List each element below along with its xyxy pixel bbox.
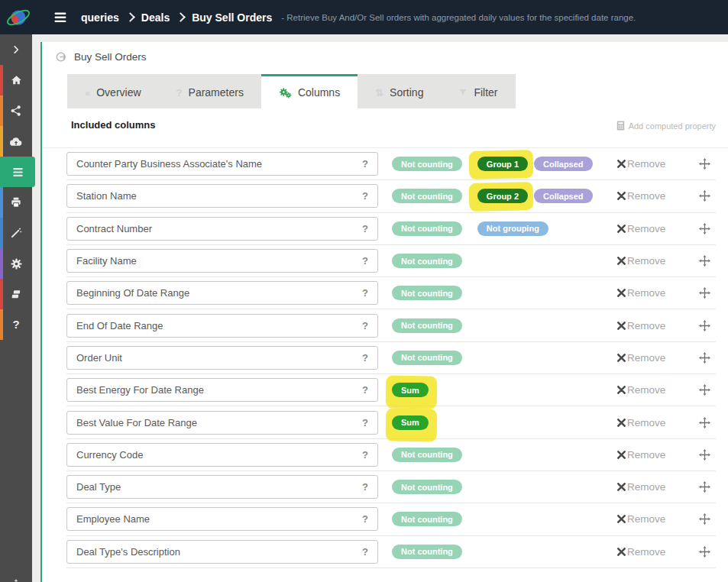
column-name-box[interactable]: Order Unit?	[66, 346, 378, 370]
help-icon[interactable]: ?	[362, 481, 368, 493]
move-handle[interactable]	[699, 287, 710, 299]
move-handle[interactable]	[699, 449, 710, 461]
column-name-box[interactable]: Deal Type's Description?	[66, 540, 378, 564]
column-name-box[interactable]: Best Value For Date Range?	[66, 411, 378, 435]
badge-not-counting[interactable]: Not counting	[392, 254, 462, 268]
help-icon[interactable]: ?	[362, 158, 368, 170]
remove-button[interactable]: Remove	[617, 190, 665, 202]
badge-not-counting[interactable]: Not counting	[392, 448, 462, 462]
column-name-box[interactable]: Best Energy For Date Range?	[66, 378, 378, 402]
filter-icon	[458, 88, 468, 97]
move-handle[interactable]	[699, 546, 710, 558]
badge-sum[interactable]: Sum	[392, 415, 429, 430]
badge-not-counting[interactable]: Not counting	[392, 351, 462, 365]
help-icon[interactable]: ?	[362, 223, 368, 234]
remove-label: Remove	[627, 287, 665, 299]
badge-not-counting[interactable]: Not counting	[392, 286, 462, 300]
badge-not-counting[interactable]: Not counting	[392, 545, 462, 559]
sidebar-bottom-icon[interactable]	[0, 578, 32, 582]
move-handle[interactable]	[699, 352, 710, 364]
badge-group-1[interactable]: Group 1	[477, 157, 528, 171]
badge-not-counting[interactable]: Not counting	[392, 318, 462, 333]
sidebar-item-gear[interactable]	[0, 248, 32, 279]
help-icon[interactable]: ?	[362, 320, 368, 331]
app-logo[interactable]	[0, 0, 37, 34]
move-handle[interactable]	[699, 190, 710, 202]
sidebar-item-cloud-upload[interactable]	[0, 126, 32, 157]
column-name-box[interactable]: Counter Party Business Associate's Name?	[66, 152, 378, 176]
sidebar-item-magic-wand[interactable]	[0, 218, 32, 248]
tab-overview[interactable]: «Overview	[67, 74, 159, 108]
remove-button[interactable]: Remove	[617, 384, 665, 396]
remove-button[interactable]: Remove	[617, 158, 665, 170]
badge-collapsed[interactable]: Collapsed	[534, 189, 593, 203]
column-name-box[interactable]: Employee Name?	[66, 507, 378, 531]
move-handle[interactable]	[699, 320, 710, 331]
tab-columns[interactable]: Columns	[261, 74, 358, 108]
help-icon[interactable]: ?	[362, 546, 368, 558]
move-handle[interactable]	[699, 384, 710, 396]
tab-sorting[interactable]: ⇅Sorting	[358, 74, 441, 108]
remove-button[interactable]: Remove	[617, 255, 665, 267]
breadcrumb-deals[interactable]: Deals	[141, 11, 170, 24]
tab-label: Columns	[298, 86, 340, 99]
help-icon[interactable]: ?	[362, 513, 368, 525]
sidebar-item-question[interactable]: ?	[0, 309, 32, 340]
sidebar-item-share[interactable]	[0, 95, 32, 126]
column-name-box[interactable]: End Of Date Range?	[66, 314, 378, 338]
highlight-annotation: Sum	[392, 415, 429, 430]
badge-group-2[interactable]: Group 2	[477, 189, 528, 203]
remove-label: Remove	[627, 449, 665, 461]
badge-not-counting[interactable]: Not counting	[392, 157, 462, 171]
move-handle[interactable]	[699, 223, 710, 234]
column-name-box[interactable]: Facility Name?	[66, 249, 378, 273]
column-row: Station Name?Not countingGroup 2Collapse…	[66, 180, 716, 212]
badge-not-counting[interactable]: Not counting	[392, 189, 462, 203]
move-handle[interactable]	[699, 417, 710, 428]
column-name-box[interactable]: Currency Code?	[66, 443, 378, 467]
badge-collapsed[interactable]: Collapsed	[534, 157, 593, 171]
add-computed-property-button[interactable]: Add computed property	[616, 121, 716, 131]
remove-button[interactable]: Remove	[617, 352, 665, 364]
sidebar-item-chevron-right[interactable]	[0, 34, 32, 65]
badge-not-counting[interactable]: Not counting	[392, 480, 462, 494]
remove-label: Remove	[627, 417, 665, 428]
move-handle[interactable]	[699, 158, 710, 170]
breadcrumb-queries[interactable]: queries	[81, 11, 119, 24]
help-icon[interactable]: ?	[362, 384, 368, 396]
help-icon[interactable]: ?	[362, 287, 368, 299]
remove-button[interactable]: Remove	[617, 513, 665, 525]
sidebar-item-list[interactable]	[0, 157, 35, 187]
column-name: Deal Type's Description	[76, 546, 180, 558]
tab-filter[interactable]: Filter	[441, 74, 515, 108]
move-handle[interactable]	[699, 513, 710, 525]
column-name-box[interactable]: Deal Type?	[66, 475, 378, 499]
sidebar-item-book[interactable]	[0, 279, 32, 309]
help-icon[interactable]: ?	[362, 352, 368, 364]
badge-not-counting[interactable]: Not counting	[392, 221, 462, 236]
sidebar-item-home[interactable]	[0, 65, 32, 95]
column-name-box[interactable]: Beginning Of Date Range?	[66, 281, 378, 305]
remove-button[interactable]: Remove	[617, 320, 665, 331]
remove-button[interactable]: Remove	[617, 417, 665, 428]
move-handle[interactable]	[699, 255, 710, 267]
tab-parameters[interactable]: ?Parameters	[159, 74, 261, 108]
remove-button[interactable]: Remove	[617, 287, 665, 299]
move-handle[interactable]	[699, 481, 710, 493]
help-icon[interactable]: ?	[362, 190, 368, 202]
menu-icon[interactable]	[53, 11, 67, 24]
remove-button[interactable]: Remove	[617, 481, 665, 493]
column-name-box[interactable]: Contract Number?	[66, 217, 378, 241]
help-icon[interactable]: ?	[362, 255, 368, 267]
sidebar-item-printer[interactable]	[0, 187, 32, 218]
remove-button[interactable]: Remove	[617, 546, 665, 558]
badge-not-grouping[interactable]: Not grouping	[477, 221, 548, 236]
remove-button[interactable]: Remove	[617, 449, 665, 461]
remove-button[interactable]: Remove	[617, 223, 665, 234]
column-name-box[interactable]: Station Name?	[66, 184, 378, 208]
highlight-annotation: Group 1	[477, 157, 528, 171]
help-icon[interactable]: ?	[362, 449, 368, 461]
badge-sum[interactable]: Sum	[392, 383, 429, 397]
help-icon[interactable]: ?	[362, 417, 368, 428]
badge-not-counting[interactable]: Not counting	[392, 512, 462, 526]
